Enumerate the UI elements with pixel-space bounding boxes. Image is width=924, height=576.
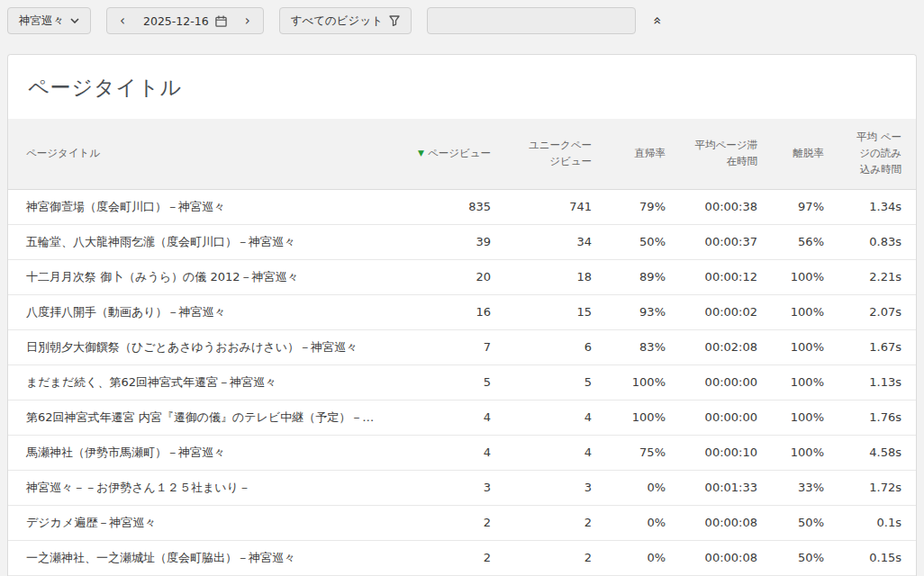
bounce-rate-cell: 0% <box>606 540 680 575</box>
pageviews-cell: 4 <box>397 400 505 435</box>
avg-time-cell: 00:00:00 <box>680 400 772 435</box>
segment-selector-button[interactable]: すべてのビジット <box>279 7 412 34</box>
load-time-cell: 1.72s <box>838 470 916 505</box>
table-row[interactable]: 五輪堂、八大龍神雨乞瀧（度会町川口）－神宮巡々 39 34 50% 00:00:… <box>8 224 916 259</box>
page-title-cell[interactable]: 神宮御萱場（度会町川口）－神宮巡々 <box>8 189 397 224</box>
table-row[interactable]: 日別朝夕大御饌祭（ひごとあさゆうおおみけさい）－神宮巡々 7 6 83% 00:… <box>8 329 916 364</box>
exit-rate-cell: 100% <box>772 400 838 435</box>
avg-time-cell: 00:00:38 <box>680 189 772 224</box>
date-picker[interactable]: 2025-12-16 <box>134 14 236 28</box>
unique-pageviews-cell: 741 <box>505 189 606 224</box>
column-header-avg-page-load-time[interactable]: 平均 ページの読み込み時間 <box>838 119 916 189</box>
column-header-exit-rate[interactable]: 離脱率 <box>772 119 838 189</box>
exit-rate-cell: 50% <box>772 540 838 575</box>
pageviews-cell: 5 <box>397 364 505 400</box>
page-title-cell[interactable]: 五輪堂、八大龍神雨乞瀧（度会町川口）－神宮巡々 <box>8 224 397 259</box>
column-header-page-title[interactable]: ページタイトル <box>8 119 397 189</box>
load-time-cell: 0.83s <box>838 224 916 259</box>
pageviews-cell: 39 <box>397 224 505 259</box>
table-row[interactable]: 八度拝八開手（動画あり）－神宮巡々 16 15 93% 00:00:02 100… <box>8 294 916 329</box>
table-row[interactable]: 神宮巡々－－お伊勢さん１２５社まいり－ 3 3 0% 00:01:33 33% … <box>8 470 916 505</box>
bounce-rate-cell: 93% <box>606 294 680 329</box>
site-selector-label: 神宮巡々 <box>19 14 64 29</box>
table-row[interactable]: 一之瀬神社、一之瀬城址（度会町脇出）－神宮巡々 2 2 0% 00:00:08 … <box>8 540 916 575</box>
column-header-label: 平均 ページの読み込み時間 <box>856 130 901 176</box>
segment-funnel-icon <box>389 15 400 26</box>
column-header-label: ユニークページビュー <box>529 139 592 167</box>
pageviews-cell: 2 <box>397 505 505 540</box>
bounce-rate-cell: 0% <box>606 505 680 540</box>
load-time-cell: 4.58s <box>838 435 916 470</box>
unique-pageviews-cell: 5 <box>505 364 606 400</box>
exit-rate-cell: 100% <box>772 435 838 470</box>
unique-pageviews-cell: 34 <box>505 224 606 259</box>
avg-time-cell: 00:00:08 <box>680 505 772 540</box>
pageviews-cell: 7 <box>397 329 505 364</box>
bounce-rate-cell: 79% <box>606 189 680 224</box>
table-row[interactable]: 十二月月次祭 御卜（みうら）の儀 2012－神宮巡々 20 18 89% 00:… <box>8 259 916 294</box>
column-header-avg-time-on-page[interactable]: 平均ページ滞在時間 <box>680 119 772 189</box>
page-title-cell[interactable]: 第62回神宮式年遷宮 内宮『遷御の儀』のテレビ中継（予定）－神宮... <box>8 400 397 435</box>
load-time-cell: 0.1s <box>838 505 916 540</box>
load-time-cell: 2.07s <box>838 294 916 329</box>
exit-rate-cell: 100% <box>772 294 838 329</box>
page-title-cell[interactable]: 神宮巡々－－お伊勢さん１２５社まいり－ <box>8 470 397 505</box>
unique-pageviews-cell: 18 <box>505 259 606 294</box>
exit-rate-cell: 100% <box>772 364 838 400</box>
page-title-cell[interactable]: 八度拝八開手（動画あり）－神宮巡々 <box>8 294 397 329</box>
table-row[interactable]: 第62回神宮式年遷宮 内宮『遷御の儀』のテレビ中継（予定）－神宮... 4 4 … <box>8 400 916 435</box>
avg-time-cell: 00:00:10 <box>680 435 772 470</box>
search-input[interactable] <box>427 7 636 34</box>
column-header-unique-pageviews[interactable]: ユニークページビュー <box>505 119 606 189</box>
table-row[interactable]: 神宮御萱場（度会町川口）－神宮巡々 835 741 79% 00:00:38 9… <box>8 189 916 224</box>
bounce-rate-cell: 0% <box>606 470 680 505</box>
column-header-label: 直帰率 <box>635 147 666 159</box>
pageviews-cell: 16 <box>397 294 505 329</box>
calendar-icon <box>215 15 227 27</box>
table-row[interactable]: まだまだ続く、第62回神宮式年遷宮－神宮巡々 5 5 100% 00:00:00… <box>8 364 916 400</box>
avg-time-cell: 00:00:00 <box>680 364 772 400</box>
unique-pageviews-cell: 3 <box>505 470 606 505</box>
site-selector-button[interactable]: 神宮巡々 <box>7 7 91 34</box>
segment-label: すべてのビジット <box>291 14 383 29</box>
load-time-cell: 1.34s <box>838 189 916 224</box>
unique-pageviews-cell: 4 <box>505 400 606 435</box>
exit-rate-cell: 50% <box>772 505 838 540</box>
date-range-selector[interactable]: ‹ 2025-12-16 › <box>106 7 264 34</box>
exit-rate-cell: 100% <box>772 329 838 364</box>
double-chevron-up-icon[interactable]: « <box>650 16 665 25</box>
previous-date-button[interactable]: ‹ <box>111 8 134 33</box>
avg-time-cell: 00:00:12 <box>680 259 772 294</box>
page-title-cell[interactable]: まだまだ続く、第62回神宮式年遷宮－神宮巡々 <box>8 364 397 400</box>
column-header-label: 離脱率 <box>793 147 825 159</box>
pageviews-cell: 4 <box>397 435 505 470</box>
column-header-bounce-rate[interactable]: 直帰率 <box>606 119 680 189</box>
load-time-cell: 1.67s <box>838 329 916 364</box>
unique-pageviews-cell: 4 <box>505 435 606 470</box>
pageviews-cell: 835 <box>397 189 505 224</box>
unique-pageviews-cell: 2 <box>505 505 606 540</box>
column-header-pageviews[interactable]: ▼ページビュー <box>397 119 505 189</box>
page-title-cell[interactable]: 十二月月次祭 御卜（みうら）の儀 2012－神宮巡々 <box>8 259 397 294</box>
next-date-button[interactable]: › <box>236 8 259 33</box>
load-time-cell: 0.15s <box>838 540 916 575</box>
load-time-cell: 1.76s <box>838 400 916 435</box>
table-row[interactable]: 馬瀬神社（伊勢市馬瀬町）－神宮巡々 4 4 75% 00:00:10 100% … <box>8 435 916 470</box>
page-title-cell[interactable]: 日別朝夕大御饌祭（ひごとあさゆうおおみけさい）－神宮巡々 <box>8 329 397 364</box>
page-title-cell[interactable]: 一之瀬神社、一之瀬城址（度会町脇出）－神宮巡々 <box>8 540 397 575</box>
unique-pageviews-cell: 6 <box>505 329 606 364</box>
page-titles-widget: ページタイトル ページタイトル ▼ページビュー ユニークページビュー <box>7 54 917 576</box>
page-titles-table: ページタイトル ▼ページビュー ユニークページビュー 直帰率 平均ページ滞在時間… <box>8 119 916 576</box>
table-header-row: ページタイトル ▼ページビュー ユニークページビュー 直帰率 平均ページ滞在時間… <box>8 119 916 189</box>
load-time-cell: 1.13s <box>838 364 916 400</box>
table-row[interactable]: デジカメ遍歴－神宮巡々 2 2 0% 00:00:08 50% 0.1s <box>8 505 916 540</box>
page-title-cell[interactable]: 馬瀬神社（伊勢市馬瀬町）－神宮巡々 <box>8 435 397 470</box>
exit-rate-cell: 97% <box>772 189 838 224</box>
chevron-down-icon <box>70 18 79 23</box>
page-title-cell[interactable]: デジカメ遍歴－神宮巡々 <box>8 505 397 540</box>
exit-rate-cell: 33% <box>772 470 838 505</box>
table-body: 神宮御萱場（度会町川口）－神宮巡々 835 741 79% 00:00:38 9… <box>8 189 916 575</box>
bounce-rate-cell: 100% <box>606 364 680 400</box>
pageviews-cell: 3 <box>397 470 505 505</box>
avg-time-cell: 00:02:08 <box>680 329 772 364</box>
